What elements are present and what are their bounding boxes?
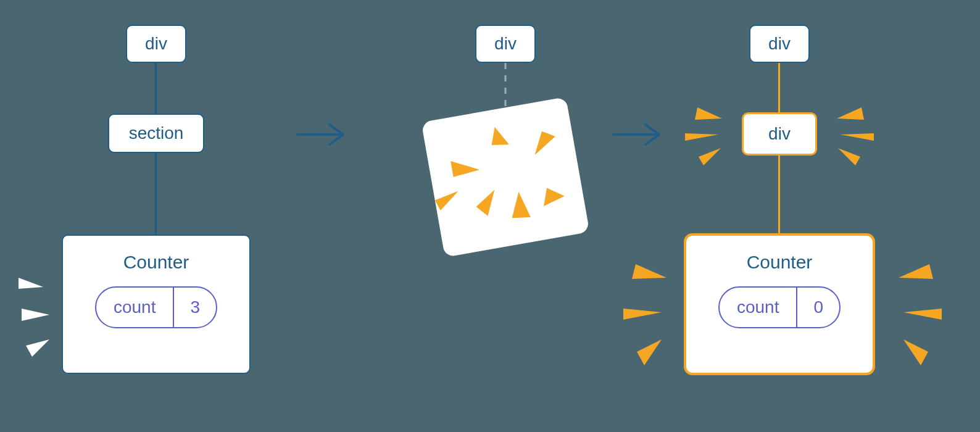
mid-poof-box xyxy=(421,97,590,257)
svg-marker-16 xyxy=(837,107,864,120)
right-count-value: 0 xyxy=(797,288,839,327)
svg-marker-2 xyxy=(26,339,49,357)
left-counter-pill: count 3 xyxy=(95,286,217,328)
right-mid-shards-left-icon xyxy=(685,104,741,165)
diagram-stage: div section Counter count 3 div xyxy=(0,0,980,432)
left-counter-shards-icon xyxy=(19,265,68,370)
svg-marker-18 xyxy=(838,148,860,165)
left-counter-title: Counter xyxy=(123,252,189,273)
svg-marker-14 xyxy=(685,133,718,141)
right-counter-node: Counter count 0 xyxy=(684,233,875,375)
left-mid-label: section xyxy=(129,123,184,143)
svg-marker-6 xyxy=(451,156,480,177)
left-counter-node: Counter count 3 xyxy=(62,235,251,374)
left-connector-2 xyxy=(155,153,157,235)
right-counter-shards-left-icon xyxy=(623,259,685,370)
left-count-label: count xyxy=(96,288,175,327)
svg-marker-24 xyxy=(903,339,928,365)
mid-root-label: div xyxy=(494,34,517,54)
svg-marker-21 xyxy=(637,339,662,365)
mid-dashed-connector xyxy=(504,63,507,111)
svg-marker-13 xyxy=(695,107,722,120)
svg-marker-0 xyxy=(19,278,43,289)
right-connector-1 xyxy=(778,63,780,112)
right-counter-shards-right-icon xyxy=(874,259,942,370)
right-mid-label: div xyxy=(768,124,791,144)
svg-marker-10 xyxy=(541,185,565,206)
right-mid-node: div xyxy=(742,112,817,156)
left-root-label: div xyxy=(145,34,167,54)
right-mid-shards-right-icon xyxy=(818,104,874,165)
right-root-node: div xyxy=(749,25,810,63)
svg-marker-11 xyxy=(434,191,461,212)
svg-marker-17 xyxy=(841,133,874,141)
svg-marker-1 xyxy=(22,309,49,321)
arrow-1-icon xyxy=(295,121,351,148)
svg-marker-9 xyxy=(508,191,531,221)
right-connector-2 xyxy=(778,156,780,233)
svg-marker-23 xyxy=(903,309,942,320)
svg-marker-7 xyxy=(531,129,558,155)
svg-marker-15 xyxy=(699,148,721,165)
left-root-node: div xyxy=(126,25,186,63)
right-counter-pill: count 0 xyxy=(718,286,841,328)
arrow-2-icon xyxy=(611,121,666,148)
left-count-value: 3 xyxy=(174,288,216,327)
right-root-label: div xyxy=(768,34,791,54)
svg-marker-20 xyxy=(623,309,662,320)
svg-marker-19 xyxy=(632,264,666,279)
left-connector-1 xyxy=(155,63,157,114)
mid-poof-sparks-icon xyxy=(421,97,590,257)
right-counter-title: Counter xyxy=(747,252,813,273)
right-count-label: count xyxy=(720,288,798,327)
svg-marker-8 xyxy=(474,189,499,217)
mid-root-node: div xyxy=(475,25,536,63)
svg-marker-5 xyxy=(489,125,509,147)
svg-marker-22 xyxy=(899,264,933,279)
left-mid-node: section xyxy=(108,114,204,153)
